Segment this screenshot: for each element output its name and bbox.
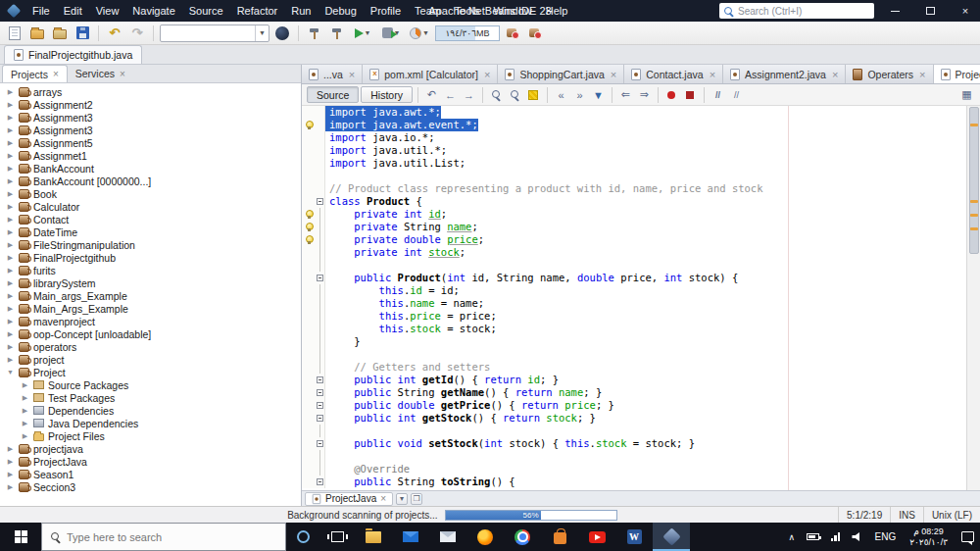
code-fold-icon[interactable] <box>317 198 323 205</box>
uncomment-button[interactable]: // <box>728 86 745 103</box>
editor-tab[interactable]: Assignment2.java× <box>723 65 846 83</box>
tree-item[interactable]: ▶arrays <box>0 85 301 98</box>
window-list-button[interactable]: ▾ <box>396 493 408 505</box>
history-view-button[interactable]: History <box>361 86 413 103</box>
close-icon[interactable]: × <box>484 69 490 80</box>
task-view-button[interactable] <box>320 523 355 551</box>
code-line[interactable]: public void setStock(int stock) { this.s… <box>302 437 966 450</box>
taskbar-app-firefox[interactable] <box>466 523 504 551</box>
start-macro-button[interactable] <box>663 86 680 103</box>
memory-indicator[interactable]: ١٩٤/٣٠٦MB <box>435 25 500 41</box>
menu-edit[interactable]: Edit <box>57 0 89 22</box>
code-line[interactable]: private int stock; <box>302 246 966 259</box>
chevron-right-icon[interactable]: ▶ <box>21 432 29 440</box>
error-stripe-mark[interactable] <box>970 124 978 126</box>
undo-button[interactable]: ↶ <box>105 24 124 43</box>
editor-tab[interactable]: Operaters× <box>846 65 933 83</box>
menu-profile[interactable]: Profile <box>364 0 408 22</box>
redo-button[interactable]: ↷ <box>127 24 147 43</box>
chevron-right-icon[interactable]: ▶ <box>6 126 15 134</box>
action-center-button[interactable] <box>956 523 980 551</box>
tree-item[interactable]: ▶Contact <box>0 213 301 225</box>
code-line[interactable]: this.id = id; <box>302 284 966 297</box>
reset-results-button[interactable] <box>525 24 545 43</box>
shift-line-left-button[interactable]: ⇐ <box>617 86 634 103</box>
code-line[interactable]: public int getStock() { return stock; } <box>302 412 966 425</box>
chevron-right-icon[interactable]: ▶ <box>6 139 15 147</box>
tree-item[interactable]: ▶mavenproject <box>0 315 301 327</box>
menu-debug[interactable]: Debug <box>318 0 363 22</box>
taskbar-app-mail[interactable] <box>392 523 429 551</box>
code-line[interactable]: public double getPrice() { return price;… <box>302 399 966 412</box>
chevron-right-icon[interactable]: ▶ <box>6 445 15 453</box>
taskbar-app-netbeans[interactable] <box>653 523 690 551</box>
chevron-right-icon[interactable]: ▶ <box>6 114 15 122</box>
hint-bulb-icon[interactable] <box>305 210 313 219</box>
start-button[interactable] <box>0 523 41 551</box>
menu-refactor[interactable]: Refactor <box>230 0 285 22</box>
close-icon[interactable]: × <box>919 69 925 80</box>
taskbar-search[interactable] <box>41 523 286 551</box>
line-ending-indicator[interactable]: Unix (LF) <box>923 507 980 523</box>
menu-window[interactable]: Window <box>487 0 539 22</box>
forward-button[interactable]: → <box>461 86 477 103</box>
new-project-button[interactable] <box>27 24 47 43</box>
code-line[interactable]: import java.util.List; <box>302 157 966 170</box>
tree-item[interactable]: ▶Dependencies <box>0 404 301 417</box>
code-line[interactable]: private int id; <box>302 208 966 221</box>
next-bookmark-button[interactable]: » <box>571 86 588 103</box>
cortana-button[interactable] <box>286 523 320 551</box>
save-all-button[interactable] <box>73 24 92 43</box>
close-button[interactable]: × <box>951 0 980 22</box>
tree-item[interactable]: ▶Seccion3 <box>0 480 301 493</box>
tree-item[interactable]: ▶project <box>0 353 301 366</box>
code-line[interactable]: public Product(int id, String name, doub… <box>302 272 966 284</box>
run-project-button[interactable]: ▼ <box>350 24 375 43</box>
close-icon[interactable]: × <box>53 69 59 79</box>
code-fold-icon[interactable] <box>317 376 323 383</box>
taskbar-app-outlook[interactable] <box>429 523 466 551</box>
battery-status[interactable] <box>801 523 825 551</box>
document-tab[interactable]: FinalProjectgithub.java <box>4 45 142 64</box>
sidebar-tab-services[interactable]: Services× <box>68 65 133 82</box>
comment-button[interactable]: // <box>710 86 726 103</box>
tree-item[interactable]: ▶furits <box>0 264 301 276</box>
code-scroll[interactable]: import java.awt.*;import java.awt.event.… <box>302 106 966 490</box>
code-line[interactable] <box>302 425 966 437</box>
code-line[interactable]: } <box>302 335 966 348</box>
chevron-right-icon[interactable]: ▶ <box>6 165 15 173</box>
clean-build-button[interactable] <box>327 24 347 43</box>
close-icon[interactable]: × <box>349 69 355 80</box>
tree-item[interactable]: ▶Assignment3 <box>0 111 301 124</box>
code-line[interactable] <box>302 450 966 463</box>
tree-item[interactable]: ▶FinalProjectgithub <box>0 251 301 264</box>
back-button[interactable]: ← <box>442 86 459 103</box>
hint-bulb-icon[interactable] <box>305 235 313 244</box>
tree-item[interactable]: ▶librarySystem <box>0 276 301 289</box>
code-fold-icon[interactable] <box>317 478 323 485</box>
chevron-right-icon[interactable]: ▶ <box>6 279 15 287</box>
taskbar-app-file-explorer[interactable] <box>355 523 392 551</box>
code-line[interactable]: public String toString() { <box>302 476 966 488</box>
tree-item[interactable]: ▶Source Packages <box>0 378 301 391</box>
source-view-button[interactable]: Source <box>307 86 359 103</box>
code-line[interactable]: @Override <box>302 463 966 476</box>
tree-item[interactable]: ▶Calculator <box>0 200 301 213</box>
show-hidden-icons-button[interactable]: ∧ <box>782 523 801 551</box>
chevron-right-icon[interactable]: ▶ <box>6 241 15 249</box>
editor-tab[interactable]: pom.xml [Calculator]× <box>363 65 498 83</box>
quick-search-box[interactable]: Search (Ctrl+I) <box>719 3 874 19</box>
tree-item[interactable]: ▶projectjava <box>0 442 301 455</box>
code-line[interactable] <box>302 170 966 182</box>
toggle-highlight-button[interactable] <box>525 86 542 103</box>
code-fold-icon[interactable] <box>317 275 323 281</box>
menu-navigate[interactable]: Navigate <box>125 0 181 22</box>
editor-tab[interactable]: Projectjava.java× <box>934 65 980 83</box>
menu-view[interactable]: View <box>89 0 126 22</box>
tree-item[interactable]: ▶Java Dependencies <box>0 417 301 429</box>
chevron-right-icon[interactable]: ▶ <box>6 318 15 326</box>
menu-tools[interactable]: Tools <box>448 0 487 22</box>
chevron-right-icon[interactable]: ▶ <box>6 330 15 338</box>
code-line[interactable]: private String name; <box>302 221 966 233</box>
tree-item[interactable]: ▶BankAccount [0000000...] <box>0 175 301 187</box>
